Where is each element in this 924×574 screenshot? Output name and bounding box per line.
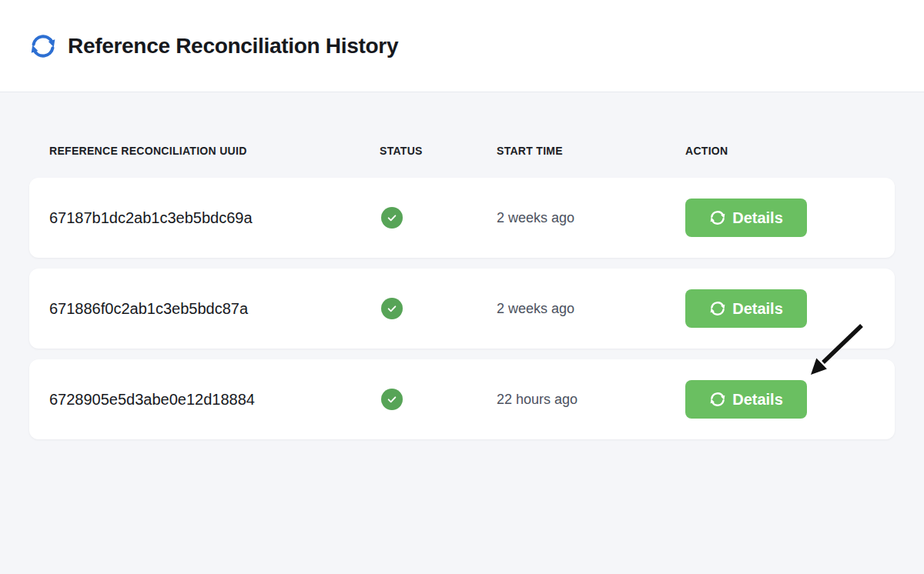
column-header-uuid: Reference Reconciliation UUID [49, 145, 380, 157]
table-row: 6728905e5d3abe0e12d18884 22 hours ago [29, 359, 895, 439]
uuid-cell: 67187b1dc2ab1c3eb5bdc69a [49, 209, 380, 227]
start-time-cell: 22 hours ago [497, 392, 685, 408]
details-button[interactable]: Details [685, 289, 807, 328]
details-button-label: Details [732, 391, 783, 409]
action-cell: Details [685, 380, 895, 419]
table-row: 67187b1dc2ab1c3eb5bdc69a 2 weeks ago [29, 178, 895, 258]
column-header-action: Action [685, 145, 895, 157]
check-circle-icon [381, 298, 403, 319]
uuid-cell: 6728905e5d3abe0e12d18884 [49, 391, 380, 409]
check-circle-icon [381, 207, 403, 229]
status-cell [380, 207, 497, 229]
table-row: 671886f0c2ab1c3eb5bdc87a 2 weeks ago [29, 269, 895, 349]
details-button-label: Details [732, 300, 783, 318]
start-time-cell: 2 weeks ago [497, 301, 685, 317]
start-time-cell: 2 weeks ago [497, 210, 685, 226]
details-button[interactable]: Details [685, 199, 807, 237]
details-button-label: Details [732, 209, 783, 227]
check-circle-icon [381, 389, 403, 410]
status-cell [380, 389, 497, 410]
action-cell: Details [685, 289, 895, 328]
page-header: Reference Reconciliation History [0, 0, 924, 92]
history-table: Reference Reconciliation UUID Status Sta… [0, 92, 924, 439]
column-header-status: Status [380, 145, 497, 157]
column-header-start-time: Start Time [497, 145, 685, 157]
uuid-cell: 671886f0c2ab1c3eb5bdc87a [49, 300, 380, 318]
table-header-row: Reference Reconciliation UUID Status Sta… [29, 145, 895, 157]
refresh-icon [709, 209, 726, 226]
refresh-icon [29, 32, 57, 60]
details-button[interactable]: Details [685, 380, 807, 419]
action-cell: Details [685, 199, 895, 237]
status-cell [380, 298, 497, 319]
refresh-icon [709, 391, 726, 408]
refresh-icon [709, 300, 726, 317]
page-title: Reference Reconciliation History [68, 34, 398, 58]
